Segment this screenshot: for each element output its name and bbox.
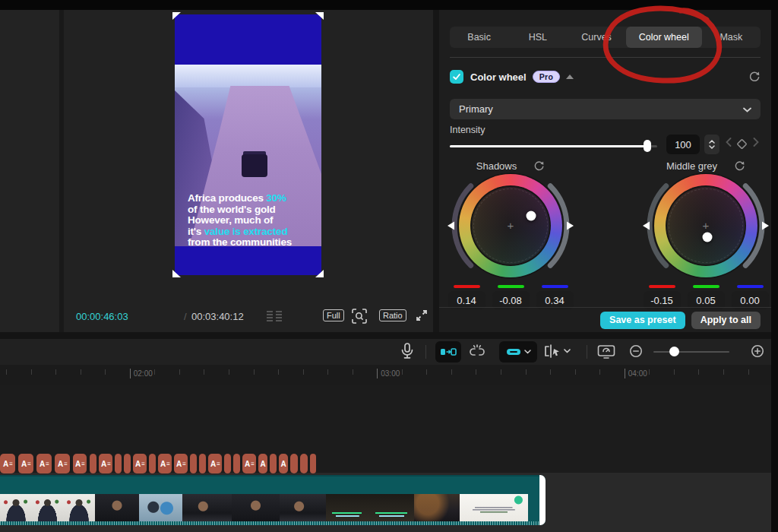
current-timecode[interactable]: 00:00:46:03 — [76, 311, 128, 322]
blue-channel-bar — [737, 285, 764, 288]
text-clip[interactable]: A≡ — [174, 454, 188, 473]
selection-handle[interactable] — [172, 270, 181, 277]
text-clip[interactable]: A≡ — [133, 454, 147, 473]
tab-mask[interactable]: Mask — [702, 27, 761, 48]
ruler-tick — [402, 369, 403, 375]
text-clip[interactable] — [115, 454, 122, 473]
color-wheel-checkbox[interactable] — [450, 70, 463, 84]
wheel-center-mark: + — [703, 219, 710, 232]
slider-handle[interactable] — [644, 140, 651, 152]
pages-view-icon[interactable] — [266, 311, 283, 325]
tab-hsl[interactable]: HSL — [508, 27, 567, 48]
text-clip[interactable] — [290, 454, 298, 473]
video-text-overlay: Africa produces 30% of the world's gold … — [188, 193, 317, 246]
middle-grey-wheel-group: Middle grey + — [639, 159, 773, 309]
text-clip[interactable] — [149, 454, 156, 473]
ruler-tick — [254, 369, 255, 375]
ratio-button[interactable]: Ratio — [379, 309, 406, 321]
video-thumbnail — [280, 494, 326, 521]
intensity-value[interactable]: 100 — [666, 135, 700, 154]
left-side-panel — [0, 10, 59, 332]
text-clip[interactable]: A — [279, 454, 288, 473]
text-clip[interactable] — [199, 454, 206, 473]
text-clip[interactable] — [300, 454, 308, 473]
text-clip[interactable] — [224, 454, 231, 473]
text-clip[interactable]: A≡ — [242, 454, 256, 473]
video-clip[interactable] — [0, 475, 546, 525]
video-thumbnail — [326, 494, 368, 521]
text-clip[interactable] — [124, 454, 131, 473]
toolbar-divider — [587, 345, 587, 359]
text-clip[interactable] — [270, 454, 277, 473]
save-as-preset-button[interactable]: Save as preset — [600, 312, 685, 329]
ruler-tick — [698, 369, 699, 375]
apply-to-all-button[interactable]: Apply to all — [691, 312, 761, 329]
video-frame: Africa produces 30% of the world's gold … — [175, 65, 321, 246]
record-voiceover-icon[interactable] — [400, 343, 414, 359]
text-clip[interactable]: A≡ — [18, 454, 33, 473]
tab-basic[interactable]: Basic — [450, 27, 508, 48]
zoom-out-icon[interactable] — [629, 344, 643, 358]
text-clip[interactable]: A — [258, 454, 267, 473]
toolbar-divider — [425, 345, 426, 359]
keyframe-prev-icon[interactable] — [726, 138, 732, 147]
selection-handle[interactable] — [315, 270, 324, 277]
keyframe-add-icon[interactable] — [735, 138, 748, 150]
full-button[interactable]: Full — [323, 309, 344, 321]
collapse-arrow-icon[interactable] — [566, 74, 574, 79]
keyframe-next-icon[interactable] — [753, 138, 759, 147]
tab-curves[interactable]: Curves — [567, 27, 625, 48]
ruler-label: 03:00 — [381, 369, 400, 378]
ruler-tick — [625, 369, 625, 378]
ruler-tick — [377, 369, 378, 378]
rgb-values: 0.14 -0.08 0.34 — [444, 285, 577, 309]
text-clip[interactable]: A≡ — [0, 454, 15, 473]
text-clip[interactable]: A≡ — [55, 454, 70, 473]
text-track: A≡A≡A≡A≡A≡A≡A≡A≡A≡A≡A≡AA — [0, 454, 771, 473]
wheel-disc[interactable]: + — [470, 185, 551, 266]
reset-section-icon[interactable] — [748, 71, 761, 83]
timeline-zoom-slider[interactable] — [653, 351, 729, 353]
selection-handle[interactable] — [172, 12, 181, 20]
text-clip[interactable]: A≡ — [73, 454, 87, 473]
clip-trim-handle[interactable] — [539, 475, 546, 525]
ruler-tick — [550, 369, 551, 375]
link-toggle[interactable] — [499, 341, 537, 363]
intensity-slider[interactable] — [450, 140, 657, 152]
color-tabs: Basic HSL Curves Color wheel Mask — [450, 27, 761, 48]
intensity-stepper[interactable] — [704, 135, 719, 154]
video-preview[interactable]: Africa produces 30% of the world's gold … — [175, 14, 321, 275]
rgb-values: -0.15 0.05 0.00 — [639, 285, 773, 309]
timeline-zoom-handle[interactable] — [669, 347, 679, 356]
color-wheel-shadows[interactable]: + — [459, 174, 562, 277]
color-wheel-middle-grey[interactable]: + — [654, 174, 757, 277]
ruler-tick — [229, 369, 229, 375]
text-clip[interactable] — [90, 454, 96, 473]
ruler-tick — [723, 369, 724, 375]
fullscreen-icon[interactable] — [415, 309, 429, 325]
text-clip[interactable] — [233, 454, 240, 473]
panel-divider — [433, 10, 439, 332]
zoom-fit-icon[interactable] — [352, 309, 367, 326]
text-clip[interactable]: A≡ — [158, 454, 172, 473]
timeline-ruler[interactable]: 02:0003:0004:00 — [0, 365, 771, 385]
text-clip[interactable] — [310, 454, 316, 473]
unlink-icon[interactable] — [469, 344, 485, 358]
text-clip[interactable]: A≡ — [99, 454, 112, 473]
zoom-in-icon[interactable] — [751, 344, 764, 358]
selection-handle[interactable] — [315, 12, 324, 20]
ruler-tick — [31, 369, 32, 375]
tab-color-wheel[interactable]: Color wheel — [626, 27, 702, 48]
text-clip[interactable]: A≡ — [208, 454, 222, 473]
wheel-disc[interactable]: + — [666, 185, 746, 266]
panel-divider — [0, 332, 778, 339]
wheel-indicator-dot[interactable] — [703, 233, 713, 242]
preview-quality-icon[interactable] — [597, 344, 615, 359]
text-clip[interactable]: A≡ — [36, 454, 52, 473]
scope-dropdown[interactable]: Primary — [450, 99, 761, 119]
ruler-tick — [327, 369, 328, 375]
wheel-indicator-dot[interactable] — [527, 211, 536, 221]
auto-snap-toggle[interactable] — [435, 341, 461, 363]
text-clip[interactable] — [190, 454, 197, 473]
split-clip-icon[interactable] — [544, 344, 571, 358]
